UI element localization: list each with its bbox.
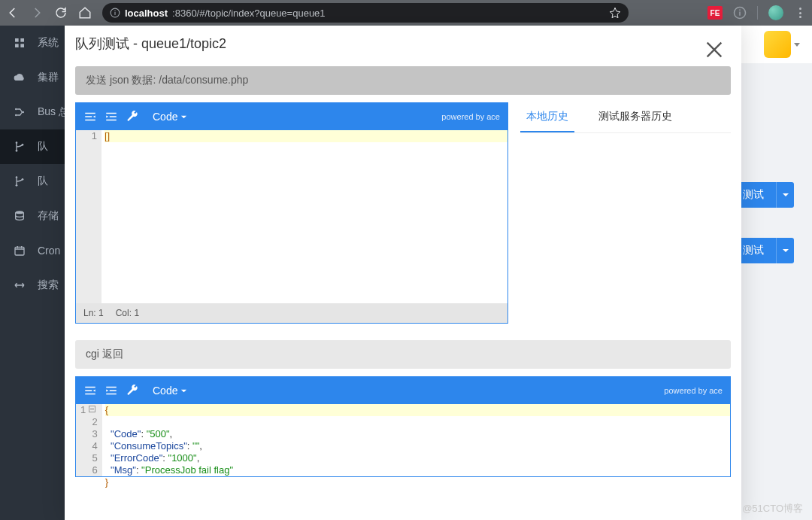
request-code-area[interactable]: 1 [] <box>76 130 508 303</box>
sidebar-item-label: 存储 <box>38 209 59 223</box>
response-editor: Code powered by ace 1 23456 { "Code": "5… <box>75 376 731 477</box>
sidebar-item-label: 队 <box>38 140 48 154</box>
menu-dots-icon[interactable] <box>794 7 806 19</box>
svg-rect-6 <box>15 38 19 42</box>
tab-local-history[interactable]: 本地历史 <box>520 102 574 132</box>
sidebar-item-label: 队 <box>38 175 48 188</box>
svg-point-13 <box>16 141 18 144</box>
info-icon[interactable] <box>733 6 747 20</box>
svg-point-10 <box>15 108 17 111</box>
reload-icon[interactable] <box>54 6 68 20</box>
indent-left-icon[interactable] <box>105 110 118 123</box>
forward-icon[interactable] <box>30 6 44 20</box>
indent-right-icon[interactable] <box>83 384 97 397</box>
sidebar-item-label: Cron <box>38 245 60 257</box>
sidebar-item-label: 系统 <box>38 36 59 50</box>
wrench-icon[interactable] <box>126 384 139 397</box>
sidebar-item-label: 集群 <box>38 71 59 84</box>
svg-rect-9 <box>20 44 24 47</box>
svg-rect-2 <box>114 11 115 11</box>
response-code-area[interactable]: 1 23456 { "Code": "500", "ConsumeTopics"… <box>76 404 730 476</box>
response-editor-toolbar: Code powered by ace <box>76 377 730 404</box>
svg-point-14 <box>16 150 18 152</box>
request-status-bar: Ln: 1 Col: 1 <box>76 303 508 323</box>
sidebar-item-label: 搜索 <box>38 278 59 292</box>
request-line-1: [] <box>105 130 508 142</box>
address-bar[interactable]: localhost:8360/#/topic/index?queue=queue… <box>102 3 629 23</box>
svg-rect-1 <box>114 12 115 15</box>
svg-point-16 <box>16 176 18 178</box>
svg-rect-8 <box>15 44 19 47</box>
svg-point-19 <box>16 211 24 214</box>
request-gutter: 1 <box>76 130 102 303</box>
svg-rect-5 <box>739 10 741 11</box>
url-host: localhost <box>125 8 168 19</box>
cgi-panel-header: cgi 返回 <box>75 340 731 369</box>
site-info-icon[interactable] <box>110 8 120 18</box>
extension-badge[interactable]: FE <box>707 6 723 20</box>
user-menu-caret-icon[interactable] <box>794 43 800 47</box>
svg-rect-7 <box>20 38 24 42</box>
user-avatar[interactable] <box>764 31 791 58</box>
test-button-1-dropdown[interactable] <box>776 182 794 208</box>
test-modal: 队列测试 - queue1/topic2 发送 json 数据: /data/c… <box>65 26 741 520</box>
powered-by-label: powered by ace <box>664 386 723 395</box>
cursor-col: Col: 1 <box>116 308 139 318</box>
response-gutter: 1 23456 <box>76 404 102 476</box>
svg-rect-4 <box>739 12 741 16</box>
back-icon[interactable] <box>6 6 20 20</box>
watermark: @51CTO博客 <box>742 502 803 515</box>
indent-right-icon[interactable] <box>83 110 97 123</box>
profile-avatar-icon[interactable] <box>768 5 783 20</box>
tab-server-history[interactable]: 测试服务器历史 <box>592 102 678 132</box>
code-mode-dropdown[interactable]: Code <box>153 111 187 123</box>
fold-icon[interactable] <box>89 406 95 412</box>
request-editor-toolbar: Code powered by ace <box>76 103 508 130</box>
svg-point-11 <box>15 114 17 117</box>
powered-by-label: powered by ace <box>441 112 500 121</box>
cursor-line: Ln: 1 <box>83 308 104 318</box>
indent-left-icon[interactable] <box>105 384 118 397</box>
test-button-2-dropdown[interactable] <box>776 238 794 263</box>
svg-rect-20 <box>15 247 24 255</box>
send-panel-header: 发送 json 数据: /data/consume.php <box>75 66 731 95</box>
response-code: { "Code": "500", "ConsumeTopics": "", "E… <box>102 404 730 476</box>
history-tabs: 本地历史 测试服务器历史 <box>520 102 731 324</box>
close-button[interactable] <box>704 39 725 63</box>
url-path: :8360/#/topic/index?queue=queue1 <box>172 8 326 19</box>
code-mode-dropdown[interactable]: Code <box>153 385 187 397</box>
request-editor: Code powered by ace 1 [] Ln: 1 Col: 1 <box>75 102 508 324</box>
browser-toolbar: localhost:8360/#/topic/index?queue=queue… <box>0 0 812 26</box>
home-icon[interactable] <box>78 6 92 20</box>
star-icon[interactable] <box>609 7 621 19</box>
modal-title: 队列测试 - queue1/topic2 <box>75 35 731 53</box>
wrench-icon[interactable] <box>126 110 139 123</box>
svg-point-17 <box>16 184 18 187</box>
